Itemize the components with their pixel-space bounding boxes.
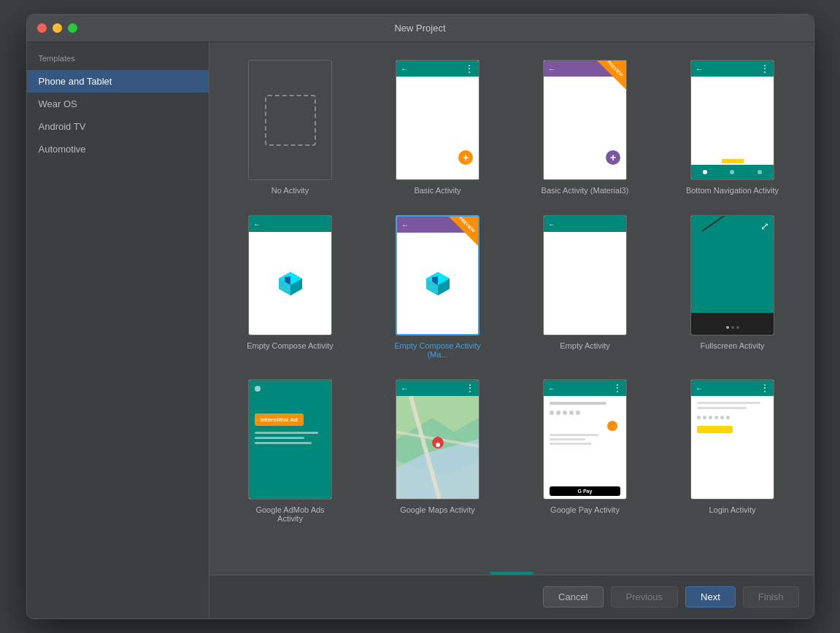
window-title: New Project bbox=[394, 23, 445, 34]
template-preview-maps: ← ⋮ bbox=[396, 379, 479, 500]
template-basic-material3[interactable]: ← ⋮ + PREVIEW Basic Activity (Material3) bbox=[519, 57, 652, 198]
template-name-material3: Basic Activity (Material3) bbox=[542, 186, 629, 195]
scroll-indicator bbox=[209, 572, 814, 575]
template-preview-bottom-nav: ← ⋮ bbox=[690, 60, 774, 180]
template-name-maps: Google Maps Activity bbox=[400, 505, 475, 514]
template-preview-admob: Interstitial Ad bbox=[248, 379, 332, 500]
titlebar-buttons bbox=[37, 23, 77, 33]
template-preview-empty-compose-ma: ← bbox=[396, 215, 479, 335]
template-pay[interactable]: ← ⋮ bbox=[519, 376, 652, 526]
previous-button[interactable]: Previous bbox=[611, 586, 679, 607]
main-content: Templates Phone and Tablet Wear OS Andro… bbox=[27, 42, 814, 618]
footer: Cancel Previous Next Finish bbox=[209, 575, 814, 618]
preview-fab-purple: + bbox=[606, 150, 620, 165]
close-button[interactable] bbox=[37, 23, 47, 33]
maps-svg bbox=[396, 396, 479, 499]
titlebar: New Project bbox=[27, 15, 814, 42]
preview-topbar: ← ⋮ bbox=[396, 61, 479, 77]
scroll-bar bbox=[490, 572, 533, 575]
sidebar-item-phone-tablet[interactable]: Phone and Tablet bbox=[27, 70, 209, 93]
template-name-empty-activity: Empty Activity bbox=[560, 341, 609, 350]
template-login[interactable]: ← ⋮ bbox=[666, 376, 799, 526]
template-admob[interactable]: Interstitial Ad Google AdMob Ads Activit… bbox=[224, 376, 357, 526]
template-name-pay: Google Pay Activity bbox=[550, 505, 620, 514]
template-empty-compose[interactable]: ← bbox=[224, 212, 357, 362]
template-preview-pay: ← ⋮ bbox=[543, 379, 627, 500]
cube-icon-ma bbox=[423, 269, 452, 298]
template-no-activity[interactable]: No Activity bbox=[224, 57, 357, 198]
preview-fab: + bbox=[458, 150, 473, 165]
template-preview-login: ← ⋮ bbox=[690, 379, 774, 500]
template-preview-empty-activity: ← bbox=[543, 215, 627, 335]
minimize-button[interactable] bbox=[53, 23, 62, 33]
template-name-empty-compose-ma: Empty Compose Activity (Ma... bbox=[390, 341, 485, 359]
template-name-fullscreen: Fullscreen Activity bbox=[700, 341, 764, 350]
template-name-admob: Google AdMob Ads Activity bbox=[243, 505, 338, 523]
template-preview-material3: ← ⋮ + PREVIEW bbox=[543, 60, 627, 180]
template-maps[interactable]: ← ⋮ bbox=[371, 376, 504, 526]
template-empty-activity[interactable]: ← Empty Activity bbox=[519, 212, 652, 362]
svg-point-17 bbox=[436, 443, 440, 447]
sidebar-item-android-tv[interactable]: Android TV bbox=[27, 115, 209, 138]
template-preview-basic-activity: ← ⋮ + bbox=[396, 60, 479, 180]
template-bottom-nav[interactable]: ← ⋮ Bottom Navigation Ac bbox=[666, 57, 799, 198]
cancel-button[interactable]: Cancel bbox=[543, 586, 603, 607]
cube-icon bbox=[276, 269, 305, 298]
template-preview-empty-compose: ← bbox=[248, 215, 332, 335]
dashed-placeholder bbox=[265, 95, 316, 146]
sidebar-item-wear-os[interactable]: Wear OS bbox=[27, 93, 209, 115]
template-name-bottom-nav: Bottom Navigation Activity bbox=[686, 186, 779, 195]
template-name-basic-activity: Basic Activity bbox=[414, 186, 461, 195]
template-basic-activity[interactable]: ← ⋮ + Basic Activity bbox=[371, 57, 504, 198]
template-empty-compose-ma[interactable]: ← bbox=[371, 212, 504, 362]
sidebar: Templates Phone and Tablet Wear OS Andro… bbox=[27, 42, 209, 618]
sidebar-item-automotive[interactable]: Automotive bbox=[27, 138, 209, 160]
templates-grid: No Activity ← ⋮ + Basic bbox=[209, 42, 814, 572]
new-project-window: New Project Templates Phone and Tablet W… bbox=[26, 14, 814, 619]
template-name-empty-compose: Empty Compose Activity bbox=[247, 341, 334, 350]
template-name-login: Login Activity bbox=[709, 505, 755, 514]
finish-button[interactable]: Finish bbox=[743, 586, 799, 607]
admob-badge: Interstitial Ad bbox=[255, 413, 304, 426]
template-preview-no-activity bbox=[248, 60, 332, 180]
gpay-button: G Pay bbox=[550, 486, 620, 496]
maximize-button[interactable] bbox=[68, 23, 77, 33]
sidebar-section-label: Templates bbox=[27, 54, 209, 70]
main-panel: No Activity ← ⋮ + Basic bbox=[209, 42, 814, 618]
template-name-no-activity: No Activity bbox=[271, 186, 309, 195]
template-preview-fullscreen: ⤢ bbox=[690, 215, 774, 335]
next-button[interactable]: Next bbox=[685, 586, 736, 607]
template-fullscreen[interactable]: ⤢ Fullscreen Activity bbox=[666, 212, 799, 362]
